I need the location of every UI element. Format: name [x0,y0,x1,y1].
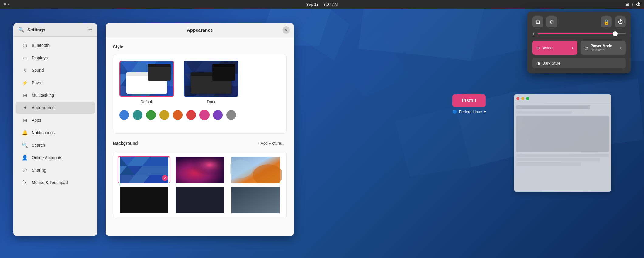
sidebar-item-online-accounts[interactable]: 👤 Online Accounts [16,152,95,164]
bg-dot-green-1 [526,97,529,100]
modal-content: Style [106,37,294,234]
svg-rect-49 [176,187,224,214]
topbar: Sep 18 8:07 AM ⊞ ♪ ⏻ [0,0,644,9]
multitasking-icon: ⊞ [22,92,28,98]
qs-dark-style-toggle[interactable]: ◑ Dark Style [532,58,626,68]
bg-window-1-content [514,103,611,192]
qs-lock-btn[interactable]: 🔒 [601,16,612,27]
style-option-default[interactable]: Default [119,61,174,104]
modal-title: Appearance [187,27,213,33]
settings-menu-icon[interactable]: ☰ [88,27,92,33]
swatch-red[interactable] [186,110,196,120]
wallpaper-grid: ✓ [118,156,282,214]
background-header: Background + Add Picture... [113,140,287,147]
qs-power-mode-title: Power Mode [591,44,612,48]
swatch-teal[interactable] [133,110,142,120]
sidebar-item-bluetooth[interactable]: ⬡ Bluetooth [16,39,95,51]
sound-nav-icon: ♫ [22,67,28,73]
content-line-1 [516,105,590,109]
install-sub: 🔵 Fedora Linux ▾ [452,110,486,114]
qs-power-mode-labels: Power Mode Balanced [591,44,612,52]
preview-dark-bar [148,64,171,67]
sidebar-item-appearance[interactable]: ✦ Appearance [16,102,95,114]
content-line-4 [516,158,600,161]
topbar-dot-2 [8,4,9,5]
sidebar-item-displays[interactable]: ▭ Displays [16,52,95,64]
wallpaper-6[interactable] [229,187,282,214]
add-picture-label: + Add Picture... [257,141,284,145]
sidebar-item-sharing[interactable]: ⇄ Sharing [16,164,95,176]
topbar-date: Sep 18 [306,2,319,7]
settings-window: 🔍 Settings ☰ ⬡ Bluetooth ▭ Displays ♫ So… [13,23,97,236]
qs-screencast-btn[interactable]: ⊡ [532,16,543,27]
background-section-label: Background [113,141,138,146]
wallpaper-3[interactable] [229,156,282,183]
swatch-blue[interactable] [119,110,129,120]
quick-settings-popup: ⊡ ⚙ 🔒 ⏻ ♪ ⊕ Wired › ◎ Power Mode Balance… [527,12,631,73]
mouse-icon: 🖱 [22,180,28,186]
settings-search-icon: 🔍 [18,27,24,33]
sidebar-item-search-label: Search [32,143,45,148]
color-swatches [119,110,280,120]
qs-volume-icon: ♪ [532,31,535,37]
sidebar-item-apps[interactable]: ⊞ Apps [16,114,95,126]
wallpaper-2[interactable] [173,156,226,183]
swatch-yellow[interactable] [159,110,169,120]
topbar-center: Sep 18 8:07 AM [306,2,338,7]
style-preview-dark[interactable] [184,61,238,97]
bg-window-1 [514,94,611,192]
qs-dark-style-icon: ◑ [536,61,540,65]
sidebar-item-multitasking-label: Multitasking [32,93,54,98]
qs-power-btn[interactable]: ⏻ [615,16,626,27]
style-option-dark[interactable]: Dark [184,61,238,104]
install-sub-label: Fedora Linux [459,110,482,114]
wallpaper-1[interactable]: ✓ [118,156,170,183]
notifications-icon: 🔔 [22,130,28,136]
sidebar-item-notifications[interactable]: 🔔 Notifications [16,127,95,139]
swatch-pink[interactable] [200,110,209,120]
qs-power-mode-icon: ◎ [585,46,588,50]
qs-settings-btn[interactable]: ⚙ [546,16,557,27]
sidebar-item-power[interactable]: ⚡ Power [16,77,95,89]
sound-icon[interactable]: ♪ [632,2,634,7]
accessibility-icon[interactable]: ⊞ [625,2,629,7]
content-block [516,116,609,152]
qs-wired-button[interactable]: ⊕ Wired › [532,41,577,55]
qs-power-mode-button[interactable]: ◎ Power Mode Balanced › [581,41,626,55]
power-icon[interactable]: ⏻ [636,2,640,7]
sidebar-item-mouse-touchpad[interactable]: 🖱 Mouse & Touchpad [16,176,95,189]
qs-volume-row: ♪ [532,31,626,37]
fedora-icon: 🔵 [452,110,457,114]
sidebar-item-displays-label: Displays [32,55,48,60]
sidebar-item-multitasking[interactable]: ⊞ Multitasking [16,89,95,101]
swatch-green[interactable] [146,110,156,120]
qs-buttons-row: ⊕ Wired › ◎ Power Mode Balanced › [532,41,626,55]
content-line-3 [516,154,609,157]
sidebar-item-sound[interactable]: ♫ Sound [16,64,95,76]
wallpaper-5[interactable] [173,187,226,214]
install-button[interactable]: Install [452,94,486,107]
swatch-gray[interactable] [226,110,236,120]
qs-slider-thumb [613,31,618,36]
qs-top-row: ⊡ ⚙ 🔒 ⏻ [532,16,626,27]
sidebar-item-search[interactable]: 🔍 Search [16,139,95,151]
content-line-2 [516,111,572,114]
apps-icon: ⊞ [22,117,28,123]
search-nav-icon: 🔍 [22,142,28,148]
install-dropdown-icon[interactable]: ▾ [484,110,486,114]
appearance-icon: ✦ [22,105,28,111]
bg-window-1-header [514,94,611,103]
online-accounts-icon: 👤 [22,155,28,161]
swatch-purple[interactable] [213,110,223,120]
svg-rect-43 [176,157,224,183]
sidebar-item-mouse-touchpad-label: Mouse & Touchpad [32,180,68,185]
qs-volume-slider[interactable] [538,33,626,34]
swatch-orange[interactable] [173,110,183,120]
style-card: Default [113,54,287,134]
add-picture-button[interactable]: + Add Picture... [255,140,287,147]
style-preview-default[interactable] [119,61,174,97]
modal-close-button[interactable]: × [283,26,290,34]
topbar-time: 8:07 AM [324,2,338,7]
wallpaper-4[interactable] [118,187,170,214]
preview-dark-small [212,64,235,81]
